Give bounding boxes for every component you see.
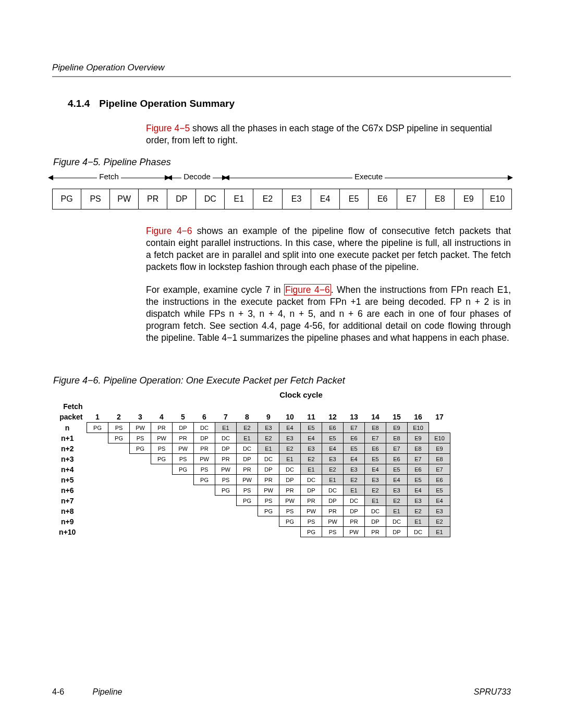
- clock-col-header: 1: [87, 412, 108, 423]
- pipeline-phase-cell: PR: [194, 443, 215, 454]
- fetch-header-top: Fetch: [52, 401, 87, 412]
- pipeline-phase-cell: E5: [301, 423, 322, 433]
- clock-col-header: 16: [408, 412, 429, 423]
- pipeline-phase-cell: PW: [194, 454, 215, 464]
- pipeline-phase-cell: DC: [408, 527, 429, 537]
- pipeline-phase-cell: PG: [258, 506, 279, 516]
- pipeline-phase-cell: E3: [344, 464, 365, 475]
- pipeline-phase-cell: E5: [344, 443, 365, 454]
- phase-cell: E8: [426, 189, 455, 209]
- fetch-packet-row-label: n+8: [52, 506, 87, 516]
- pipeline-phase-cell: PR: [258, 475, 279, 485]
- pipeline-phase-cell: DC: [386, 516, 408, 527]
- pipeline-phase-cell: DP: [344, 506, 365, 516]
- phase-cell: DP: [167, 189, 196, 209]
- pipeline-phase-cell: E1: [215, 423, 237, 433]
- fetch-packet-row-label: n+2: [52, 443, 87, 454]
- pipeline-phase-cell: PS: [215, 475, 237, 485]
- pipeline-phase-cell: PW: [237, 475, 258, 485]
- fetch-packet-row-label: n+10: [52, 527, 87, 537]
- fetch-packet-row-label: n+5: [52, 475, 87, 485]
- phase-cell: E6: [369, 189, 397, 209]
- pipeline-phase-cell: DC: [279, 464, 301, 475]
- pipeline-phase-cell: E2: [429, 516, 450, 527]
- pipeline-phase-cell: E9: [408, 433, 429, 443]
- pipeline-phase-cell: PG: [87, 423, 108, 433]
- pipeline-phase-cell: PW: [258, 485, 279, 496]
- fetch-packet-row-label: n+3: [52, 454, 87, 464]
- pipeline-phase-cell: E1: [279, 454, 301, 464]
- pipeline-phase-cell: E4: [365, 464, 386, 475]
- pipeline-phase-cell: PR: [237, 464, 258, 475]
- pipeline-phase-cell: PS: [130, 433, 151, 443]
- fetch-packet-row-label: n+4: [52, 464, 87, 475]
- pipeline-phase-cell: DC: [194, 423, 215, 433]
- phase-cell: E2: [253, 189, 282, 209]
- para1-tail: shows all the phases in each stage of th…: [146, 123, 492, 145]
- pipeline-phase-cell: DP: [301, 485, 322, 496]
- figure-ref-4-6-a[interactable]: Figure 4−6: [146, 226, 192, 236]
- pipeline-phase-cell: PR: [301, 496, 322, 506]
- pipeline-phase-cell: E2: [322, 464, 344, 475]
- stage-execute-label: Execute: [352, 172, 385, 181]
- footer-chapter: Pipeline: [93, 687, 123, 696]
- phase-cell: E1: [225, 189, 253, 209]
- clock-col-header: 13: [344, 412, 365, 423]
- pipeline-phase-cell: PS: [237, 485, 258, 496]
- pipeline-phase-cell: E1: [237, 433, 258, 443]
- pipeline-phase-cell: PG: [237, 496, 258, 506]
- clock-col-header: 15: [386, 412, 408, 423]
- pipeline-phase-cell: DP: [194, 433, 215, 443]
- figure-ref-4-6-b[interactable]: Figure 4−6: [284, 284, 331, 295]
- paragraph-1: Figure 4−5 shows all the phases in each …: [146, 122, 511, 146]
- pipeline-phase-cell: DP: [173, 423, 194, 433]
- clock-col-header: 5: [173, 412, 194, 423]
- fetch-header-bottom: packet: [52, 412, 87, 423]
- paragraph-2: Figure 4−6 shows an example of the pipel…: [146, 225, 511, 273]
- pipeline-phase-cell: DP: [237, 454, 258, 464]
- phase-cell: E10: [483, 189, 511, 209]
- pipeline-phase-cell: E3: [365, 475, 386, 485]
- pipeline-phase-cell: PR: [344, 516, 365, 527]
- clock-col-header: 4: [151, 412, 173, 423]
- pipeline-phase-cell: E4: [279, 423, 301, 433]
- clock-col-header: 10: [279, 412, 301, 423]
- pipeline-phase-cell: PS: [322, 527, 344, 537]
- para3-head: For example, examine cycle 7 in: [146, 285, 284, 295]
- pipeline-phase-cell: PG: [130, 443, 151, 454]
- page-footer: 4-6 Pipeline SPRU733: [52, 687, 511, 697]
- figure-4-6-caption: Figure 4−6. Pipeline Operation: One Exec…: [53, 375, 511, 386]
- pipeline-phase-cell: E4: [386, 475, 408, 485]
- pipeline-phase-cell: PW: [301, 506, 322, 516]
- pipeline-phase-cell: PW: [322, 516, 344, 527]
- pipeline-phase-cell: E5: [365, 454, 386, 464]
- pipeline-phase-cell: DC: [322, 485, 344, 496]
- figure-4-5-caption: Figure 4−5. Pipeline Phases: [53, 157, 511, 168]
- pipeline-phase-cell: E10: [408, 423, 429, 433]
- fetch-packet-row-label: n+6: [52, 485, 87, 496]
- clock-col-header: 17: [429, 412, 450, 423]
- pipeline-phase-cell: E9: [386, 423, 408, 433]
- clock-col-header: 14: [365, 412, 386, 423]
- clock-col-header: 3: [130, 412, 151, 423]
- pipeline-phase-cell: E5: [408, 475, 429, 485]
- pipeline-phase-cell: PW: [130, 423, 151, 433]
- para2-tail: shows an example of the pipeline flow of…: [146, 226, 511, 272]
- footer-page-number: 4-6: [52, 687, 64, 696]
- clock-col-header: 11: [301, 412, 322, 423]
- pipeline-phase-cell: E7: [408, 454, 429, 464]
- figure-ref-4-5[interactable]: Figure 4−5: [146, 123, 190, 133]
- pipeline-phase-cell: DP: [386, 527, 408, 537]
- fetch-packet-row-label: n+9: [52, 516, 87, 527]
- pipeline-phase-cell: E8: [408, 443, 429, 454]
- pipeline-phase-cell: E1: [258, 443, 279, 454]
- pipeline-phase-cell: E6: [344, 433, 365, 443]
- pipeline-phase-cell: E2: [386, 496, 408, 506]
- pipeline-phase-cell: PG: [151, 454, 173, 464]
- section-number: 4.1.4: [68, 98, 96, 109]
- phase-cell: E4: [311, 189, 340, 209]
- pipeline-phase-cell: E6: [365, 443, 386, 454]
- pipeline-phase-cell: PW: [279, 496, 301, 506]
- pipeline-phase-cell: E3: [301, 443, 322, 454]
- pipeline-phase-cell: PR: [279, 485, 301, 496]
